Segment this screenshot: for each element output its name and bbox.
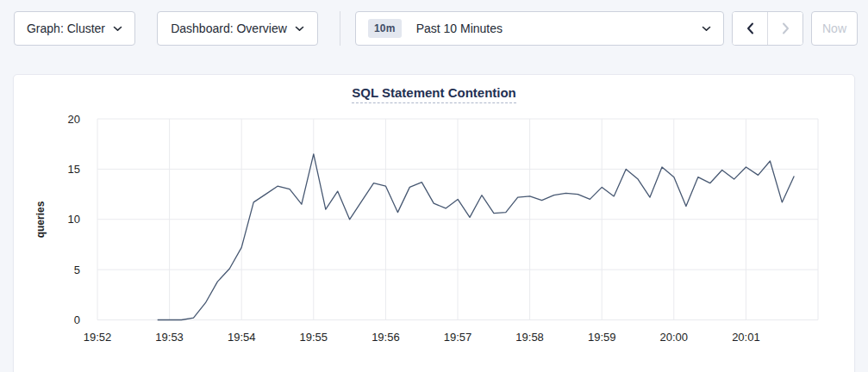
x-tick-label: 19:52 <box>84 331 112 344</box>
now-button[interactable]: Now <box>811 11 858 46</box>
graph-dropdown[interactable]: Graph: Cluster <box>14 11 135 46</box>
x-tick-label: 19:56 <box>372 331 400 344</box>
x-tick-label: 19:59 <box>588 331 616 344</box>
series-line <box>158 154 795 320</box>
time-prev-button[interactable] <box>733 12 767 45</box>
toolbar-divider <box>340 11 340 46</box>
x-tick-label: 20:00 <box>660 331 689 344</box>
chevron-down-icon <box>113 26 122 32</box>
toolbar: Graph: Cluster Dashboard: Overview 10m P… <box>0 0 868 59</box>
x-tick-label: 19:58 <box>515 331 544 344</box>
x-tick-label: 20:01 <box>732 331 760 344</box>
graph-dropdown-label: Graph: Cluster <box>27 22 105 35</box>
x-tick-label: 19:55 <box>300 331 328 344</box>
chevron-down-icon <box>295 26 304 32</box>
time-range-selector[interactable]: 10m Past 10 Minutes <box>355 11 724 46</box>
chevron-left-icon <box>746 22 754 34</box>
dashboard-dropdown-label: Dashboard: Overview <box>171 22 287 35</box>
chevron-down-icon <box>702 26 711 32</box>
y-tick-label: 5 <box>74 264 80 276</box>
time-window-badge: 10m <box>368 19 402 38</box>
y-tick-label: 10 <box>68 213 80 226</box>
y-tick-label: 15 <box>68 163 80 176</box>
sql-statement-contention-chart: 0510152019:5219:5319:5419:5519:5619:5719… <box>14 75 856 359</box>
y-axis-title: queries <box>34 201 47 238</box>
dashboard-dropdown[interactable]: Dashboard: Overview <box>157 11 318 46</box>
y-tick-label: 20 <box>68 113 80 126</box>
chart-card: SQL Statement Contention 0510152019:5219… <box>13 74 855 372</box>
y-tick-label: 0 <box>74 313 80 326</box>
time-next-button[interactable] <box>767 12 802 45</box>
x-tick-label: 19:57 <box>444 331 472 344</box>
x-tick-label: 19:53 <box>155 331 184 344</box>
x-tick-label: 19:54 <box>228 331 256 344</box>
time-range-label: Past 10 Minutes <box>416 22 702 35</box>
time-step-button-group <box>732 11 803 46</box>
chevron-right-icon <box>782 22 790 34</box>
